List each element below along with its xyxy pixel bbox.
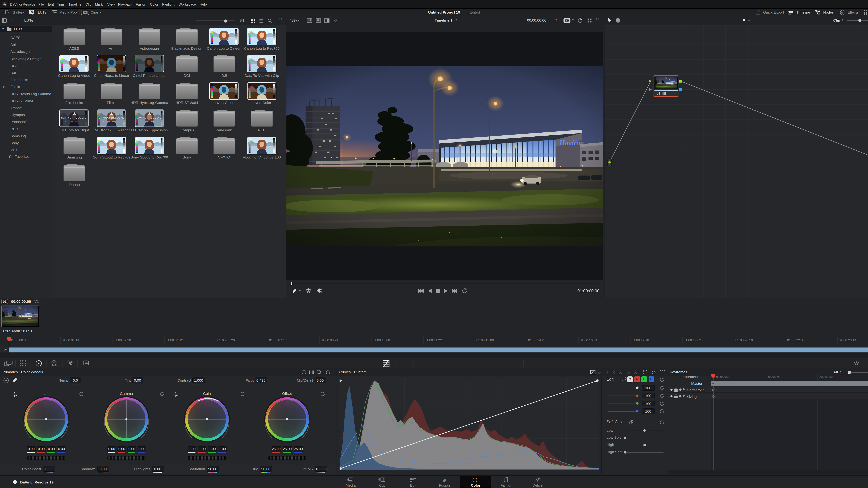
- svg-text:LOG: LOG: [319, 373, 321, 374]
- svg-text:fx: fx: [841, 11, 843, 14]
- svg-text:HDR: HDR: [52, 365, 57, 367]
